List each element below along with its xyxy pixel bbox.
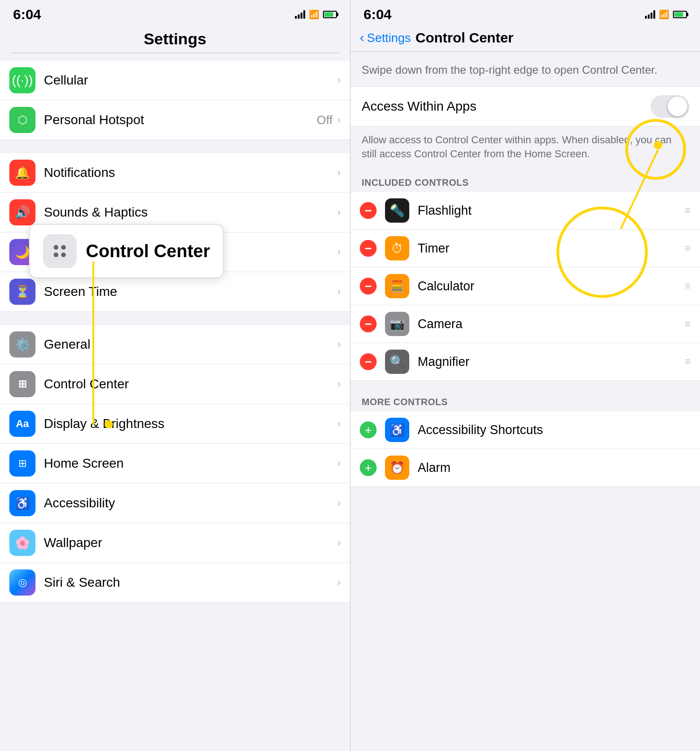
battery-icon xyxy=(323,11,337,18)
tooltip-app-icon xyxy=(43,234,77,268)
access-within-apps-description: Allow access to Control Center within ap… xyxy=(350,126,700,171)
back-label: Settings xyxy=(367,31,411,45)
access-within-apps-toggle[interactable] xyxy=(651,95,689,118)
control-center-chevron: › xyxy=(337,378,341,390)
control-center-icon: ⊞ xyxy=(9,371,35,397)
camera-icon: 📷 xyxy=(385,312,409,336)
control-item-alarm[interactable]: ⏰ Alarm xyxy=(350,449,700,487)
accessibility-icon: ♿ xyxy=(9,490,35,516)
camera-reorder-icon[interactable]: ≡ xyxy=(685,318,691,330)
magnifier-reorder-icon[interactable]: ≡ xyxy=(685,356,691,368)
display-chevron: › xyxy=(337,418,341,430)
left-nav-title-bar: Settings xyxy=(0,26,350,61)
left-status-icons: 📶 xyxy=(295,9,337,20)
included-controls-list: 🔦 Flashlight ≡ ⏱ Timer ≡ 🧮 Calculator ≡ … xyxy=(350,192,700,381)
focus-chevron: › xyxy=(337,246,341,258)
flashlight-remove-btn[interactable] xyxy=(360,202,377,219)
magnifier-label: Magnifier xyxy=(418,355,685,369)
flashlight-icon: 🔦 xyxy=(385,198,409,223)
general-label: General xyxy=(44,337,337,352)
hotspot-value: Off xyxy=(316,113,332,127)
calculator-reorder-icon[interactable]: ≡ xyxy=(685,280,691,292)
svg-point-1 xyxy=(54,245,58,250)
control-item-calculator[interactable]: 🧮 Calculator ≡ xyxy=(350,267,700,305)
calculator-remove-btn[interactable] xyxy=(360,278,377,295)
timer-remove-btn[interactable] xyxy=(360,240,377,257)
control-item-accessibility-shortcuts[interactable]: ♿ Accessibility Shortcuts xyxy=(350,411,700,449)
screen-time-label: Screen Time xyxy=(44,284,337,299)
cellular-icon: ((·)) xyxy=(9,67,35,93)
accessibility-shortcuts-label: Accessibility Shortcuts xyxy=(418,423,691,437)
settings-item-display[interactable]: Aa Display & Brightness › xyxy=(0,404,350,444)
display-label: Display & Brightness xyxy=(44,416,337,431)
right-status-bar: 6:04 📶 xyxy=(350,0,700,26)
camera-remove-btn[interactable] xyxy=(360,316,377,332)
magnifier-remove-btn[interactable] xyxy=(360,353,377,370)
back-chevron-icon: ‹ xyxy=(360,30,364,45)
calculator-icon: 🧮 xyxy=(385,274,409,298)
home-screen-icon: ⊞ xyxy=(9,450,35,477)
settings-item-siri[interactable]: ◎ Siri & Search › xyxy=(0,563,350,603)
left-page-title: Settings xyxy=(11,30,339,48)
right-battery-icon xyxy=(673,11,687,18)
more-controls-header: MORE CONTROLS xyxy=(350,390,700,411)
alarm-add-btn[interactable] xyxy=(360,459,377,476)
wallpaper-label: Wallpaper xyxy=(44,535,337,550)
sounds-label: Sounds & Haptics xyxy=(44,205,337,220)
timer-reorder-icon[interactable]: ≡ xyxy=(685,242,691,254)
right-wifi-icon: 📶 xyxy=(659,9,669,20)
settings-item-personal-hotspot[interactable]: ⬡ Personal Hotspot Off › xyxy=(0,100,350,140)
cellular-label: Cellular xyxy=(44,73,337,88)
timer-label: Timer xyxy=(418,241,685,256)
left-status-bar: 6:04 📶 xyxy=(0,0,350,26)
settings-item-general[interactable]: ⚙️ General › xyxy=(0,325,350,365)
svg-point-4 xyxy=(61,253,66,257)
notifications-chevron: › xyxy=(337,167,341,179)
accessibility-shortcuts-icon: ♿ xyxy=(385,418,409,442)
settings-item-control-center[interactable]: ⊞ Control Center › xyxy=(0,365,350,404)
more-controls-gap xyxy=(350,381,700,390)
sounds-chevron: › xyxy=(337,206,341,218)
siri-icon: ◎ xyxy=(9,569,35,596)
right-nav-bar: ‹ Settings Control Center xyxy=(350,26,700,51)
general-chevron: › xyxy=(337,338,341,351)
timer-icon: ⏱ xyxy=(385,236,409,260)
control-item-magnifier[interactable]: 🔍 Magnifier ≡ xyxy=(350,343,700,381)
settings-item-wallpaper[interactable]: 🌸 Wallpaper › xyxy=(0,523,350,563)
settings-item-notifications[interactable]: 🔔 Notifications › xyxy=(0,153,350,193)
svg-point-2 xyxy=(61,245,66,250)
calculator-label: Calculator xyxy=(418,279,685,294)
notifications-label: Notifications xyxy=(44,165,337,180)
home-screen-label: Home Screen xyxy=(44,456,337,471)
siri-chevron: › xyxy=(337,576,341,589)
settings-item-home-screen[interactable]: ⊞ Home Screen › xyxy=(0,444,350,484)
hotspot-label: Personal Hotspot xyxy=(44,112,316,127)
right-status-icons: 📶 xyxy=(645,9,687,20)
right-page-title: Control Center xyxy=(415,30,513,46)
accessibility-label: Accessibility xyxy=(44,496,337,511)
accessibility-shortcuts-add-btn[interactable] xyxy=(360,421,377,438)
flashlight-reorder-icon[interactable]: ≡ xyxy=(685,204,691,217)
right-signal-icon xyxy=(645,10,655,19)
screen-time-chevron: › xyxy=(337,286,341,298)
control-center-app-icon-svg xyxy=(49,241,70,261)
settings-section-network: ((·)) Cellular › ⬡ Personal Hotspot Off … xyxy=(0,61,350,140)
svg-rect-0 xyxy=(49,241,70,261)
display-icon: Aa xyxy=(9,411,35,437)
access-within-apps-row[interactable]: Access Within Apps xyxy=(350,86,700,126)
camera-label: Camera xyxy=(418,317,685,331)
control-item-flashlight[interactable]: 🔦 Flashlight ≡ xyxy=(350,192,700,230)
control-item-camera[interactable]: 📷 Camera ≡ xyxy=(350,305,700,343)
notifications-icon: 🔔 xyxy=(9,160,35,186)
settings-item-accessibility[interactable]: ♿ Accessibility › xyxy=(0,484,350,523)
settings-item-cellular[interactable]: ((·)) Cellular › xyxy=(0,61,350,100)
right-panel: 6:04 📶 ‹ Settings Control Center Swipe d… xyxy=(350,0,700,751)
control-center-description: Swipe down from the top-right edge to op… xyxy=(350,52,700,86)
tooltip-title: Control Center xyxy=(86,241,210,261)
settings-section-customization: ⚙️ General › ⊞ Control Center › Aa Displ… xyxy=(0,325,350,603)
left-time: 6:04 xyxy=(13,7,41,22)
screen-time-icon: ⏳ xyxy=(9,279,35,305)
right-time: 6:04 xyxy=(364,7,392,22)
control-item-timer[interactable]: ⏱ Timer ≡ xyxy=(350,230,700,267)
back-button[interactable]: ‹ Settings xyxy=(360,30,411,45)
